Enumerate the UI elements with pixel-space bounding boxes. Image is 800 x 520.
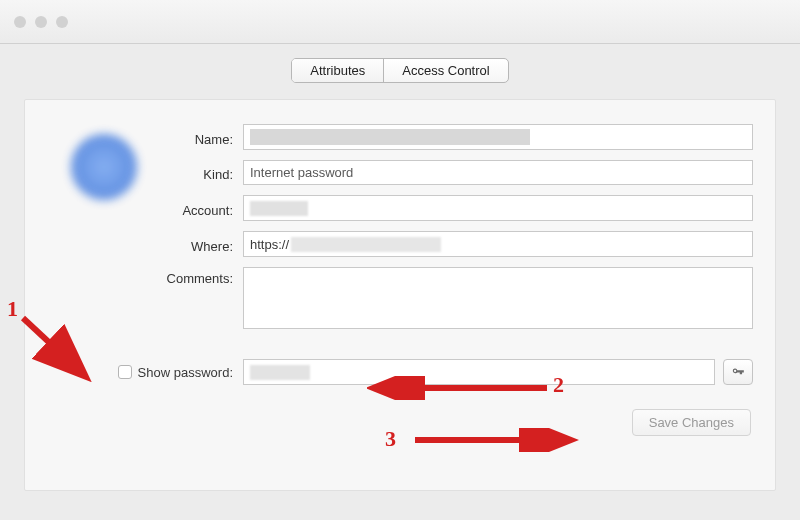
- name-value-redacted: [250, 129, 530, 145]
- minimize-window-icon[interactable]: [35, 16, 47, 28]
- close-window-icon[interactable]: [14, 16, 26, 28]
- comments-field[interactable]: [243, 267, 753, 329]
- item-icon: [71, 134, 137, 200]
- where-value-redacted: [291, 237, 441, 252]
- kind-field[interactable]: [243, 160, 753, 185]
- show-password-checkbox[interactable]: [118, 365, 132, 379]
- name-label: Name:: [47, 128, 243, 147]
- where-field[interactable]: https://: [243, 231, 753, 257]
- traffic-lights: [14, 16, 68, 28]
- tab-attributes[interactable]: Attributes: [292, 59, 384, 82]
- content-panel: Name: Kind: Account: Wher: [24, 99, 776, 491]
- where-label: Where:: [47, 235, 243, 254]
- tab-access-control[interactable]: Access Control: [384, 59, 507, 82]
- annotation-number-1: 1: [7, 296, 18, 322]
- comments-label: Comments:: [47, 267, 243, 286]
- segmented-control: Attributes Access Control: [291, 58, 508, 83]
- account-field[interactable]: [243, 195, 753, 221]
- key-icon: [731, 365, 745, 379]
- password-assistant-button[interactable]: [723, 359, 753, 385]
- where-value-prefix: https://: [250, 237, 289, 252]
- titlebar: [0, 0, 800, 44]
- password-field[interactable]: [243, 359, 715, 385]
- window: Attributes Access Control Name: Kind: Ac…: [0, 0, 800, 520]
- save-changes-button[interactable]: Save Changes: [632, 409, 751, 436]
- account-label: Account:: [47, 199, 243, 218]
- annotation-number-3: 3: [385, 426, 396, 452]
- password-value-redacted: [250, 365, 310, 380]
- show-password-label: Show password:: [138, 365, 233, 380]
- tabs: Attributes Access Control: [0, 44, 800, 85]
- annotation-number-2: 2: [553, 372, 564, 398]
- name-field[interactable]: [243, 124, 753, 150]
- account-value-redacted: [250, 201, 308, 216]
- zoom-window-icon[interactable]: [56, 16, 68, 28]
